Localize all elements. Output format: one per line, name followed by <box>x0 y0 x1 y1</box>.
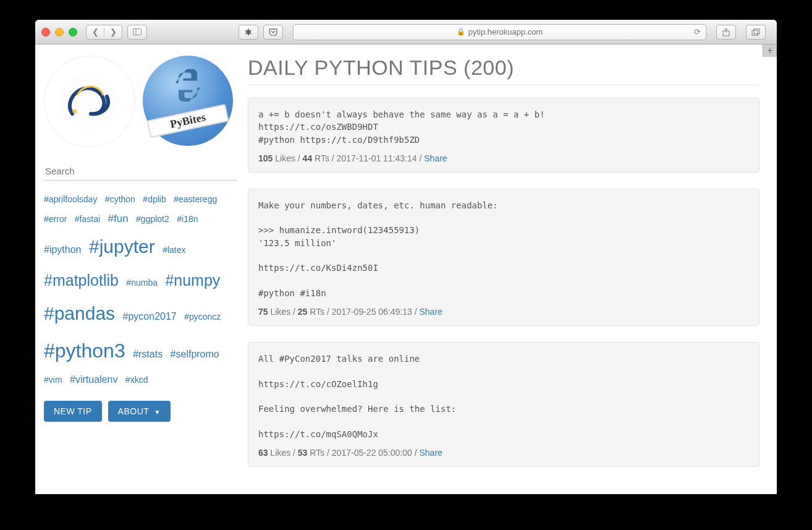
title-rule <box>248 85 759 85</box>
tip-text: Make your numbers, dates, etc. human rea… <box>258 199 749 299</box>
rts-count: 53 <box>298 448 308 458</box>
tip-card: a += b doesn't always behave the same wa… <box>248 98 759 173</box>
svg-rect-5 <box>754 28 759 33</box>
new-tip-button[interactable]: NEW TIP <box>44 401 102 422</box>
tag-numba[interactable]: #numba <box>126 275 158 291</box>
pybites-logo: PyBites <box>143 56 233 146</box>
browser-window: ❮ ❯ ✱ 🔒 pytip.herokuapp.com ⟳ <box>35 20 777 494</box>
likes-count: 105 <box>258 153 273 163</box>
share-link[interactable]: Share <box>424 153 447 163</box>
python-tips-logo <box>44 56 135 147</box>
tag-dplib[interactable]: #dplib <box>143 191 166 208</box>
snake-icon <box>59 71 121 132</box>
tag-aprilfoolsday[interactable]: #aprilfoolsday <box>44 191 97 208</box>
tag-pandas[interactable]: #pandas <box>44 296 115 332</box>
svg-rect-4 <box>752 30 758 35</box>
tip-card: All #PyCon2017 talks are online https://… <box>248 342 759 467</box>
tag-numpy[interactable]: #numpy <box>165 265 220 296</box>
share-icon <box>722 28 730 36</box>
tip-timestamp: 2017-09-25 06:49:13 <box>332 307 412 317</box>
browser-chrome: ❮ ❯ ✱ 🔒 pytip.herokuapp.com ⟳ <box>35 20 777 45</box>
tag-error[interactable]: #error <box>44 211 67 228</box>
evernote-icon: ✱ <box>245 27 252 37</box>
tip-card: Make your numbers, dates, etc. human rea… <box>248 189 759 326</box>
tag-cloud: #aprilfoolsday #cython #dplib #easteregg… <box>44 189 234 390</box>
pocket-ext-button[interactable] <box>263 25 283 40</box>
rts-count: 25 <box>298 307 308 317</box>
back-icon[interactable]: ❮ <box>87 27 104 36</box>
tag-fun[interactable]: #fun <box>108 208 129 229</box>
tip-timestamp: 2017-05-22 05:00:00 <box>332 448 412 458</box>
refresh-icon[interactable]: ⟳ <box>694 27 701 36</box>
lock-icon: 🔒 <box>457 28 465 36</box>
new-tab-button[interactable]: + <box>763 44 777 57</box>
tag-python3[interactable]: #python3 <box>44 331 125 370</box>
pocket-icon <box>269 28 277 36</box>
tip-meta: 63 Likes / 53 RTs / 2017-05-22 05:00:00 … <box>258 448 749 458</box>
evernote-ext-button[interactable]: ✱ <box>239 25 258 40</box>
sidebar-toggle-button[interactable] <box>127 25 147 40</box>
rts-count: 44 <box>303 153 313 163</box>
close-window-dot[interactable] <box>41 28 50 36</box>
tag-matplotlib[interactable]: #matplotlib <box>44 265 119 296</box>
likes-count: 75 <box>258 307 268 317</box>
tag-rstats[interactable]: #rstats <box>133 344 163 364</box>
page-title: DAILY PYTHON TIPS (200) <box>248 56 759 80</box>
about-label: ABOUT <box>118 406 149 416</box>
page-content: PyBites #aprilfoolsday #cython #dplib #e… <box>35 45 777 494</box>
sidebar: PyBites #aprilfoolsday #cython #dplib #e… <box>35 45 243 494</box>
url-host: pytip.herokuapp.com <box>468 27 543 36</box>
share-button[interactable] <box>716 25 736 40</box>
likes-count: 63 <box>258 448 268 458</box>
tag-pycon2017[interactable]: #pycon2017 <box>123 307 177 326</box>
tabs-icon <box>751 28 760 36</box>
tabs-button[interactable] <box>746 25 766 40</box>
caret-down-icon: ▼ <box>154 409 160 416</box>
search-input[interactable] <box>44 162 237 181</box>
tip-timestamp: 2017-11-01 11:43:14 <box>337 153 417 163</box>
python-icon <box>169 67 206 104</box>
tip-meta: 75 Likes / 25 RTs / 2017-09-25 06:49:13 … <box>258 307 749 317</box>
nav-back-forward[interactable]: ❮ ❯ <box>86 25 122 40</box>
tag-cython[interactable]: #cython <box>105 191 135 208</box>
tag-i18n[interactable]: #i18n <box>177 211 198 228</box>
address-bar[interactable]: 🔒 pytip.herokuapp.com ⟳ <box>293 24 706 40</box>
tip-text: a += b doesn't always behave the same wa… <box>258 108 749 146</box>
traffic-lights <box>41 28 77 36</box>
minimize-window-dot[interactable] <box>55 28 64 36</box>
tag-latex[interactable]: #latex <box>163 242 185 259</box>
share-link[interactable]: Share <box>420 448 442 458</box>
tag-xkcd[interactable]: #xkcd <box>125 372 148 388</box>
tag-jupyter[interactable]: #jupyter <box>89 229 155 265</box>
logos-row: PyBites <box>44 56 234 147</box>
zoom-window-dot[interactable] <box>69 28 77 36</box>
tag-ggplot2[interactable]: #ggplot2 <box>136 211 169 228</box>
tag-virtualenv[interactable]: #virtualenv <box>70 370 117 389</box>
tag-vim[interactable]: #vim <box>44 372 62 388</box>
svg-rect-0 <box>133 29 142 35</box>
tag-pyconcz[interactable]: #pyconcz <box>184 309 221 325</box>
svg-point-7 <box>73 109 77 114</box>
tip-meta: 105 Likes / 44 RTs / 2017-11-01 11:43:14… <box>258 153 749 163</box>
tip-text: All #PyCon2017 talks are online https://… <box>258 353 749 440</box>
tag-easteregg[interactable]: #easteregg <box>174 191 217 208</box>
tips-list: a += b doesn't always behave the same wa… <box>248 98 759 467</box>
tag-ipython[interactable]: #ipython <box>44 240 82 259</box>
tag-fastai[interactable]: #fastai <box>75 211 100 228</box>
share-link[interactable]: Share <box>420 307 442 317</box>
forward-icon[interactable]: ❯ <box>104 27 122 36</box>
about-dropdown-button[interactable]: ABOUT ▼ <box>108 401 171 422</box>
sidebar-icon <box>133 28 142 35</box>
main-panel: DAILY PYTHON TIPS (200) a += b doesn't a… <box>243 45 777 494</box>
pybites-ribbon: PyBites <box>146 104 229 138</box>
tag-selfpromo[interactable]: #selfpromo <box>171 344 219 364</box>
